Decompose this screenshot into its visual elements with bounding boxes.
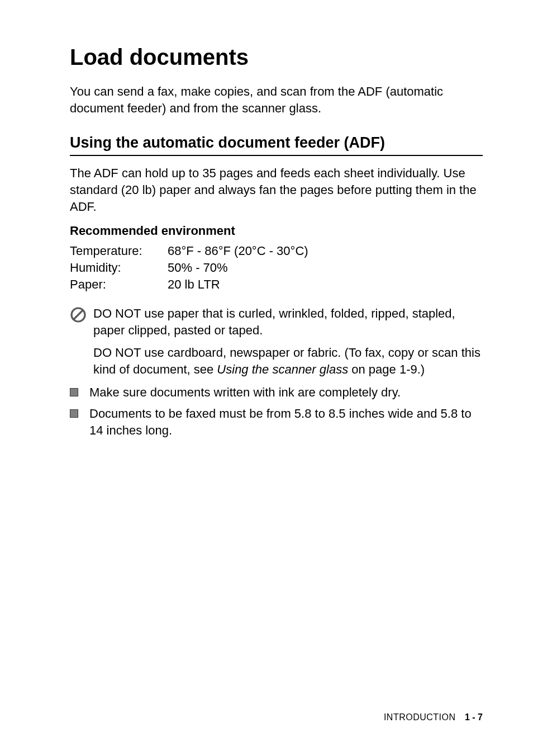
humidity-value: 50% - 70% (168, 259, 308, 276)
paper-value: 20 lb LTR (168, 276, 308, 293)
warning-paragraph-2: DO NOT use cardboard, newspaper or fabri… (93, 344, 483, 377)
warning-text-after-link: on page 1-9.) (348, 362, 425, 376)
list-item: Make sure documents written with ink are… (70, 384, 483, 401)
prohibition-icon (70, 306, 87, 323)
paper-label: Paper: (70, 276, 168, 293)
footer-page-number: 1 - 7 (465, 712, 483, 722)
warning-content: DO NOT use paper that is curled, wrinkle… (93, 305, 483, 377)
footer-section-name: INTRODUCTION (384, 712, 456, 722)
bullet-square-icon (70, 388, 78, 396)
svg-line-1 (74, 310, 83, 319)
environment-table: Temperature: 68°F - 86°F (20°C - 30°C) H… (70, 243, 308, 293)
bullet-text: Make sure documents written with ink are… (89, 384, 401, 401)
table-row: Paper: 20 lb LTR (70, 276, 308, 293)
adf-description: The ADF can hold up to 35 pages and feed… (70, 165, 483, 215)
table-row: Humidity: 50% - 70% (70, 259, 308, 276)
list-item: Documents to be faxed must be from 5.8 t… (70, 405, 483, 438)
warning-block: DO NOT use paper that is curled, wrinkle… (70, 305, 483, 377)
table-row: Temperature: 68°F - 86°F (20°C - 30°C) (70, 243, 308, 259)
bullet-square-icon (70, 409, 78, 418)
temperature-value: 68°F - 86°F (20°C - 30°C) (168, 243, 308, 259)
humidity-label: Humidity: (70, 259, 168, 276)
bullet-text: Documents to be faxed must be from 5.8 t… (89, 405, 483, 438)
section-heading-adf: Using the automatic document feeder (ADF… (70, 134, 483, 156)
scanner-glass-reference: Using the scanner glass (217, 362, 348, 376)
intro-paragraph: You can send a fax, make copies, and sca… (70, 83, 483, 116)
page-title: Load documents (70, 45, 483, 70)
temperature-label: Temperature: (70, 243, 168, 259)
environment-heading: Recommended environment (70, 224, 483, 238)
bullet-list: Make sure documents written with ink are… (70, 384, 483, 438)
warning-paragraph-1: DO NOT use paper that is curled, wrinkle… (93, 305, 483, 338)
page-footer: INTRODUCTION 1 - 7 (384, 712, 483, 722)
